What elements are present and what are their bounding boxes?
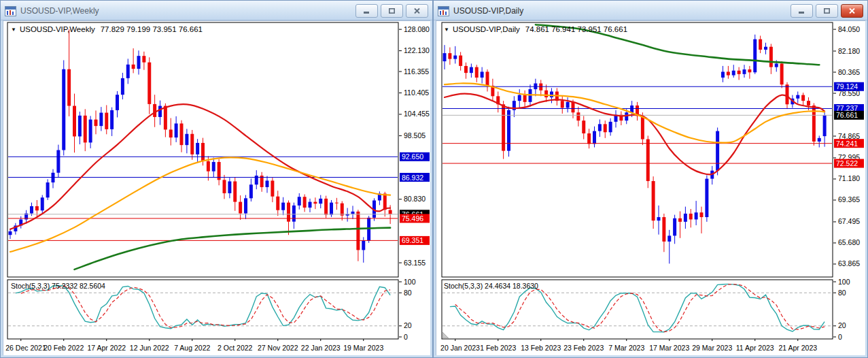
date-tick-label: 22 Jan 2023 xyxy=(301,344,341,352)
candle xyxy=(298,197,301,206)
price-tag-label: 72.522 xyxy=(836,159,858,167)
minimize-button[interactable] xyxy=(791,4,813,18)
date-tick-label: 26 Dec 2021 xyxy=(5,344,46,352)
price-tick-label: 80.365 xyxy=(838,68,860,76)
candle xyxy=(201,143,205,161)
close-button[interactable] xyxy=(841,4,863,18)
candle xyxy=(652,181,655,221)
stoch-scale-label: 80 xyxy=(838,289,846,297)
candle xyxy=(566,102,570,108)
candle xyxy=(743,69,746,74)
candle xyxy=(142,56,145,63)
candle xyxy=(266,180,269,187)
candle xyxy=(324,199,328,215)
chart-client-area: 84.05082.18080.36578.55074.86572.99571.1… xyxy=(436,20,865,355)
candle xyxy=(609,122,612,132)
candle xyxy=(56,150,60,173)
price-tick-label: 71.180 xyxy=(838,174,860,182)
price-tag-label: 74.241 xyxy=(836,140,858,148)
candle xyxy=(518,95,521,101)
chart-canvas[interactable]: 84.05082.18080.36578.55074.86572.99571.1… xyxy=(436,20,867,357)
candle xyxy=(249,184,253,198)
date-tick-label: 17 Apr 2022 xyxy=(87,344,126,352)
price-tag-label: 79.124 xyxy=(836,82,858,91)
restore-icon xyxy=(388,7,396,14)
window-titlebar[interactable]: USOUSD-VIP,Weekly xyxy=(1,1,432,20)
candle xyxy=(716,131,719,171)
candle xyxy=(625,112,628,120)
price-tick-label: 69.365 xyxy=(838,195,860,204)
window-title: USOUSD-VIP,Weekly xyxy=(20,6,351,16)
stoch-scale-label: 100 xyxy=(404,278,416,286)
stoch-scale-label: 80 xyxy=(404,289,412,297)
price-tick-label: 67.495 xyxy=(838,217,860,225)
candle xyxy=(470,67,473,74)
candle xyxy=(62,69,65,150)
candle xyxy=(801,95,805,101)
candle xyxy=(383,193,387,210)
candle xyxy=(116,95,119,110)
candle xyxy=(689,214,693,220)
candle xyxy=(175,123,178,137)
candle xyxy=(775,63,778,67)
candle xyxy=(362,241,365,250)
candle xyxy=(319,199,322,204)
candle xyxy=(356,212,360,250)
close-icon xyxy=(413,7,421,14)
candle xyxy=(576,112,580,120)
candle xyxy=(786,84,789,104)
candle xyxy=(35,206,39,210)
price-axis: 84.05082.18080.36578.55074.86572.99571.1… xyxy=(833,25,864,268)
stochastic-indicator-label: Stoch(5,3,3) 75.2332 82.5604 xyxy=(11,282,105,290)
candle xyxy=(271,180,274,196)
date-tick-label: 20 Feb 2022 xyxy=(44,344,84,352)
date-axis: 20 Jan 20231 Feb 202313 Feb 202323 Feb 2… xyxy=(440,339,817,352)
candle xyxy=(233,181,237,201)
price-tick-label: 84.050 xyxy=(838,25,860,33)
candle xyxy=(598,124,602,131)
chart-window-icon xyxy=(5,6,16,16)
minimize-button[interactable] xyxy=(355,4,378,18)
date-tick-label: 21 Apr 2023 xyxy=(778,344,817,352)
restore-button[interactable] xyxy=(816,4,838,18)
candle xyxy=(700,212,704,217)
candle xyxy=(582,120,585,133)
candle xyxy=(190,134,194,154)
candle xyxy=(684,214,687,222)
candle xyxy=(448,53,451,59)
candle xyxy=(572,102,575,112)
chart-canvas[interactable]: 128.080122.130116.355110.405104.45598.50… xyxy=(3,20,432,357)
candle xyxy=(678,218,682,222)
price-tick-label: 104.455 xyxy=(404,110,430,118)
date-tick-label: 20 Jan 2023 xyxy=(440,344,480,352)
candle xyxy=(137,56,141,69)
stoch-scale-label: 0 xyxy=(404,333,408,341)
candle xyxy=(662,217,665,242)
chart-ohlc-header[interactable]: ▼USOUSD-VIP,Weekly77.829 79.199 73.951 7… xyxy=(11,25,203,33)
candle xyxy=(313,202,317,204)
price-tick-label: 122.130 xyxy=(404,46,430,54)
candle xyxy=(110,110,114,129)
candle xyxy=(276,197,279,210)
restore-button[interactable] xyxy=(381,4,403,18)
date-tick-label: 23 Feb 2023 xyxy=(563,344,604,352)
mdi-desktop: USOUSD-VIP,Weekly 128.080122.130116.3551… xyxy=(0,0,868,358)
close-button[interactable] xyxy=(406,4,428,18)
stoch-scale-label: 0 xyxy=(838,333,842,341)
candle xyxy=(780,63,784,84)
price-tick-label: 128.080 xyxy=(404,25,430,33)
candle xyxy=(158,106,162,117)
candle xyxy=(705,179,708,217)
window-titlebar[interactable]: USOUSD-VIP,Daily xyxy=(434,1,867,20)
candle xyxy=(667,235,671,242)
candle xyxy=(673,218,676,236)
chart-ohlc-header[interactable]: ▼USOUSD-VIP,Daily74.861 76.941 73.951 76… xyxy=(444,25,627,33)
candle xyxy=(212,162,215,172)
candle xyxy=(330,203,333,215)
candle xyxy=(630,105,633,112)
candle xyxy=(759,39,762,50)
header-ohlc-values: 74.861 76.941 73.951 76.661 xyxy=(525,25,627,33)
candle xyxy=(164,106,167,130)
price-tick-label: 65.680 xyxy=(838,238,860,246)
candle xyxy=(486,71,489,86)
